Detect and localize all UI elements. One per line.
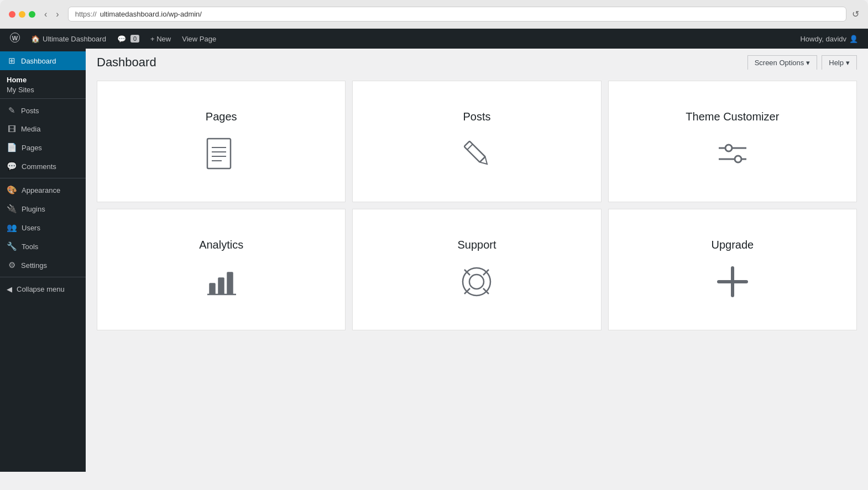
help-button[interactable]: Help ▾ <box>822 55 857 70</box>
sidebar-item-pages[interactable]: 📄 Pages <box>0 138 86 157</box>
svg-line-9 <box>468 144 473 150</box>
sidebar-item-dashboard[interactable]: ⊞ Dashboard <box>0 51 86 70</box>
widget-analytics-title: Analytics <box>199 239 243 251</box>
reload-button[interactable]: ↺ <box>852 9 859 19</box>
help-label: Help <box>829 59 844 67</box>
widget-support-title: Support <box>457 239 496 251</box>
sidebar-item-plugins[interactable]: 🔌 Plugins <box>0 199 86 218</box>
widget-analytics[interactable]: Analytics <box>97 209 346 330</box>
media-icon: 🎞 <box>7 124 17 134</box>
svg-rect-2 <box>207 139 231 168</box>
back-button[interactable]: ‹ <box>41 8 50 20</box>
comments-item[interactable]: 💬 0 <box>112 29 145 49</box>
sidebar-collapse-item[interactable]: ◀ Collapse menu <box>0 280 86 299</box>
sidebar-menu: ⊞ Dashboard Home My Sites ✎ Posts 🎞 Medi… <box>0 49 86 299</box>
svg-rect-15 <box>210 283 215 294</box>
widget-posts-title: Posts <box>463 110 490 123</box>
new-content-item[interactable]: + New <box>145 29 176 49</box>
widget-theme-customizer[interactable]: Theme Customizer <box>608 81 857 202</box>
users-icon: 👥 <box>7 223 17 233</box>
screen-options-arrow-icon: ▾ <box>806 59 810 67</box>
comments-count: 0 <box>130 35 139 43</box>
posts-icon: ✎ <box>7 106 17 115</box>
minimize-dot[interactable] <box>19 11 25 18</box>
howdy-item[interactable]: Howdy, davidv 👤 <box>794 35 864 43</box>
browser-navigation: ‹ › <box>41 8 62 20</box>
sidebar-divider-2 <box>0 178 86 178</box>
screen-options-button[interactable]: Screen Options ▾ <box>747 55 818 70</box>
view-page-item[interactable]: View Page <box>176 29 222 49</box>
widget-grid: Pages Posts <box>97 81 857 330</box>
sidebar-item-tools[interactable]: 🔧 Tools <box>0 237 86 256</box>
svg-rect-16 <box>218 278 224 294</box>
widget-upgrade-title: Upgrade <box>711 239 754 251</box>
sidebar-item-settings[interactable]: ⚙ Settings <box>0 256 86 275</box>
content-area: Dashboard Screen Options ▾ Help ▾ Pages <box>86 49 868 472</box>
howdy-label: Howdy, davidv <box>800 35 846 43</box>
home-icon: 🏠 <box>31 35 40 43</box>
sidebar-item-appearance[interactable]: 🎨 Appearance <box>0 181 86 199</box>
site-title: Ultimate Dashboard <box>43 35 106 43</box>
pages-icon: 📄 <box>7 143 17 152</box>
svg-point-13 <box>735 156 741 162</box>
sidebar-users-label: Users <box>22 224 40 232</box>
sidebar-item-media[interactable]: 🎞 Media <box>0 120 86 138</box>
site-name-item[interactable]: 🏠 Ultimate Dashboard <box>25 29 112 49</box>
sidebar-collapse-label: Collapse menu <box>17 285 65 293</box>
widget-theme-customizer-title: Theme Customizer <box>686 110 779 123</box>
content-header: Dashboard Screen Options ▾ Help ▾ <box>86 49 868 74</box>
sidebar-appearance-label: Appearance <box>22 186 60 194</box>
sidebar-plugins-label: Plugins <box>22 205 45 213</box>
url-path: ultimatedashboard.io/wp-admin/ <box>100 10 202 18</box>
wp-admin-layout: ⊞ Dashboard Home My Sites ✎ Posts 🎞 Medi… <box>0 49 868 472</box>
widget-support[interactable]: Support <box>352 209 601 330</box>
view-page-label: View Page <box>182 35 216 43</box>
widget-pages-icon <box>202 134 240 173</box>
widget-posts-icon <box>457 134 496 173</box>
browser-dots <box>9 11 35 18</box>
widget-pages-title: Pages <box>206 110 237 123</box>
comments-icon: 💬 <box>7 161 17 171</box>
svg-text:W: W <box>12 35 18 41</box>
maximize-dot[interactable] <box>29 11 35 18</box>
sidebar: ⊞ Dashboard Home My Sites ✎ Posts 🎞 Medi… <box>0 49 86 472</box>
widget-pages[interactable]: Pages <box>97 81 346 202</box>
widget-upgrade[interactable]: Upgrade <box>608 209 857 330</box>
svg-rect-7 <box>464 141 485 162</box>
sidebar-home-label[interactable]: Home <box>7 76 79 84</box>
sidebar-tools-label: Tools <box>22 243 38 251</box>
svg-point-11 <box>725 145 732 151</box>
svg-marker-8 <box>480 156 490 166</box>
forward-button[interactable]: › <box>53 8 62 20</box>
wp-logo-item[interactable]: W <box>4 29 25 49</box>
user-avatar-icon: 👤 <box>849 35 858 43</box>
admin-bar-right: Howdy, davidv 👤 <box>794 35 864 43</box>
sidebar-divider-1 <box>0 98 86 99</box>
sidebar-item-users[interactable]: 👥 Users <box>0 218 86 237</box>
page-title: Dashboard <box>97 55 156 70</box>
sidebar-divider-3 <box>0 277 86 277</box>
url-bar[interactable]: https:// ultimatedashboard.io/wp-admin/ <box>68 7 846 22</box>
collapse-icon: ◀ <box>7 285 12 293</box>
widget-support-icon <box>457 262 496 301</box>
header-actions: Screen Options ▾ Help ▾ <box>747 55 857 70</box>
sidebar-section-home: Home My Sites <box>0 70 86 96</box>
sidebar-dashboard-label: Dashboard <box>21 57 56 65</box>
widget-analytics-icon <box>202 262 240 301</box>
sidebar-posts-label: Posts <box>21 107 39 115</box>
wp-logo-icon: W <box>10 33 20 45</box>
settings-icon: ⚙ <box>7 260 17 270</box>
widget-upgrade-icon <box>713 262 752 301</box>
sidebar-my-sites-label[interactable]: My Sites <box>7 86 79 94</box>
sidebar-comments-label: Comments <box>22 162 56 171</box>
plugins-icon: 🔌 <box>7 204 17 214</box>
sidebar-media-label: Media <box>21 125 40 133</box>
wp-admin-bar: W 🏠 Ultimate Dashboard 💬 0 + New View Pa… <box>0 29 868 49</box>
dashboard-content: Pages Posts <box>86 74 868 472</box>
close-dot[interactable] <box>9 11 15 18</box>
sidebar-item-posts[interactable]: ✎ Posts <box>0 101 86 120</box>
widget-posts[interactable]: Posts <box>352 81 601 202</box>
url-protocol: https:// <box>75 10 97 18</box>
help-arrow-icon: ▾ <box>846 59 850 67</box>
sidebar-item-comments[interactable]: 💬 Comments <box>0 157 86 176</box>
